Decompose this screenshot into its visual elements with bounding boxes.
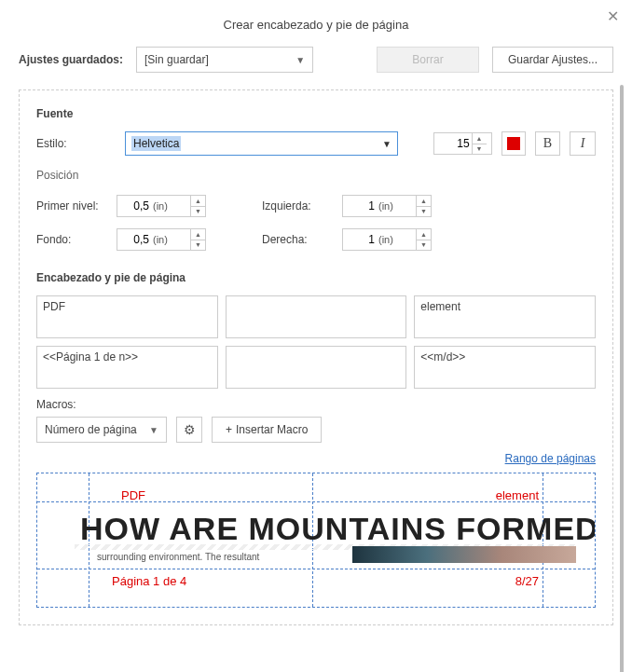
font-family-select[interactable]: Helvetica ▼ — [125, 131, 398, 156]
preview-header-left: PDF — [121, 488, 145, 502]
macro-settings-button[interactable]: ⚙ — [176, 417, 202, 443]
spin-up-icon[interactable]: ▲ — [191, 196, 205, 207]
left-input[interactable]: (in) ▲▼ — [342, 195, 432, 217]
close-icon[interactable]: ✕ — [607, 9, 619, 24]
footer-left-input[interactable]: <<Página 1 de n>> — [36, 346, 218, 389]
chevron-down-icon: ▼ — [382, 139, 392, 149]
spin-up-icon[interactable]: ▲ — [417, 196, 431, 207]
font-size-value[interactable] — [434, 136, 472, 151]
delete-button: Borrar — [377, 47, 479, 73]
spin-down-icon[interactable]: ▼ — [191, 207, 205, 217]
font-family-value: Helvetica — [131, 136, 181, 151]
right-label: Derecha: — [262, 233, 342, 246]
left-label: Izquierda: — [262, 199, 342, 213]
preview-headline: HOW ARE MOUNTAINS FORMED? — [80, 511, 596, 547]
macros-label: Macros: — [36, 398, 596, 411]
saved-settings-value: [Sin guardar] — [144, 53, 209, 66]
header-right-input[interactable]: element — [414, 295, 596, 338]
spin-up-icon[interactable]: ▲ — [473, 133, 487, 144]
first-level-label: Primer nivel: — [36, 199, 117, 213]
preview-footer-left: Página 1 de 4 — [112, 574, 186, 588]
font-section-title: Fuente — [36, 107, 596, 120]
page-range-link[interactable]: Rango de páginas — [36, 452, 596, 465]
settings-panel: Fuente Estilo: Helvetica ▼ ▲▼ B I Posici… — [19, 89, 613, 625]
dialog-title: Crear encabezado y pie de página — [224, 18, 409, 32]
position-section-title: Posición — [36, 169, 596, 182]
saved-settings-label: Ajustes guardados: — [19, 53, 123, 66]
plus-icon: + — [226, 423, 232, 436]
font-size-input[interactable]: ▲▼ — [433, 132, 492, 155]
bold-button[interactable]: B — [535, 131, 561, 156]
insert-macro-button[interactable]: + Insertar Macro — [212, 417, 322, 443]
gear-icon: ⚙ — [184, 422, 196, 437]
scrollbar[interactable] — [620, 85, 624, 672]
preview-area: HOW ARE MOUNTAINS FORMED? surrounding en… — [36, 473, 596, 608]
preview-image — [352, 546, 576, 563]
header-center-input[interactable] — [226, 295, 407, 338]
first-level-input[interactable]: (in) ▲▼ — [117, 195, 206, 217]
spin-up-icon[interactable]: ▲ — [417, 229, 431, 240]
right-input[interactable]: (in) ▲▼ — [342, 228, 432, 251]
chevron-down-icon: ▼ — [295, 55, 305, 65]
preview-body: surrounding environment. The resultant — [97, 552, 259, 562]
spin-down-icon[interactable]: ▼ — [473, 144, 487, 155]
hf-section-title: Encabezado y pie de página — [36, 271, 596, 284]
italic-button[interactable]: I — [570, 131, 596, 156]
saved-settings-select[interactable]: [Sin guardar] ▼ — [136, 47, 313, 73]
header-left-input[interactable]: PDF — [36, 295, 218, 338]
footer-center-input[interactable] — [226, 346, 407, 389]
titlebar: Crear encabezado y pie de página ✕ — [0, 0, 632, 37]
bottom-label: Fondo: — [36, 233, 117, 246]
save-settings-button[interactable]: Guardar Ajustes... — [492, 47, 613, 73]
footer-right-input[interactable]: <<m/d>> — [414, 346, 596, 389]
spin-down-icon[interactable]: ▼ — [191, 240, 205, 251]
font-color-button[interactable] — [501, 131, 526, 156]
macro-select[interactable]: Número de página ▼ — [36, 417, 167, 443]
style-label: Estilo: — [36, 137, 116, 150]
bottom-input[interactable]: (in) ▲▼ — [117, 228, 206, 251]
spin-down-icon[interactable]: ▼ — [417, 207, 431, 217]
preview-footer-right: 8/27 — [515, 574, 539, 588]
spin-down-icon[interactable]: ▼ — [417, 240, 431, 251]
spin-up-icon[interactable]: ▲ — [191, 229, 205, 240]
chevron-down-icon: ▼ — [149, 425, 158, 435]
color-swatch — [507, 137, 520, 150]
preview-header-right: element — [496, 488, 539, 502]
